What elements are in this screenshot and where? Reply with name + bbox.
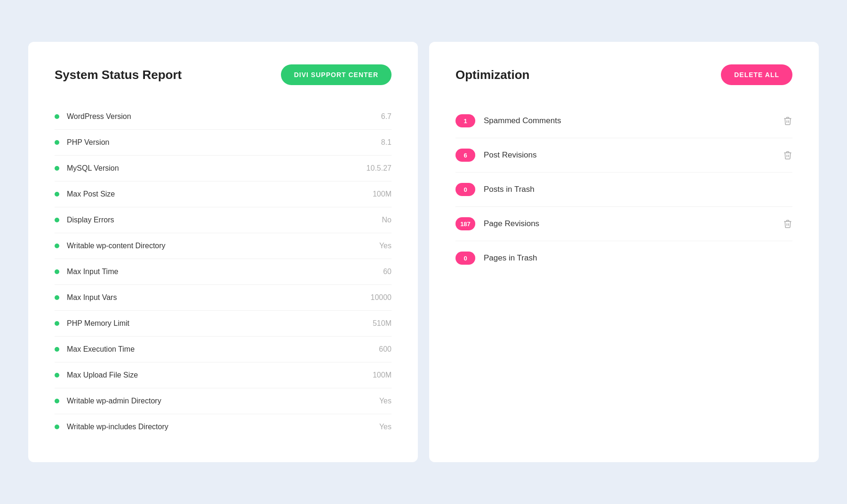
status-item-label: Writable wp-admin Directory bbox=[55, 397, 161, 405]
system-status-card: System Status Report DIVI SUPPORT CENTER… bbox=[28, 42, 418, 462]
opt-item: 6 Post Revisions bbox=[455, 138, 792, 173]
status-item: Max Input Vars 10000 bbox=[55, 285, 392, 311]
opt-item-label: Page Revisions bbox=[484, 219, 775, 228]
status-item-label: PHP Memory Limit bbox=[55, 319, 129, 328]
status-item-label: Max Upload File Size bbox=[55, 371, 138, 379]
green-dot-icon bbox=[55, 399, 59, 403]
opt-item-label: Posts in Trash bbox=[484, 185, 792, 194]
status-item-value: 100M bbox=[373, 190, 392, 198]
status-item-label: Max Input Time bbox=[55, 268, 118, 276]
status-item-value: 8.1 bbox=[381, 138, 392, 147]
status-item: Display Errors No bbox=[55, 207, 392, 233]
opt-item-badge: 0 bbox=[455, 183, 475, 196]
status-item-value: Yes bbox=[379, 423, 392, 431]
status-item-label: WordPress Version bbox=[55, 112, 131, 121]
status-item-label: Max Input Vars bbox=[55, 293, 117, 302]
status-item: Writable wp-includes Directory Yes bbox=[55, 414, 392, 440]
status-list: WordPress Version 6.7 PHP Version 8.1 My… bbox=[55, 104, 392, 440]
opt-item-label: Spammed Comments bbox=[484, 116, 775, 126]
green-dot-icon bbox=[55, 140, 59, 145]
status-item-value: 600 bbox=[379, 345, 392, 354]
green-dot-icon bbox=[55, 218, 59, 222]
status-item-value: Yes bbox=[379, 242, 392, 250]
green-dot-icon bbox=[55, 166, 59, 171]
status-item-label: PHP Version bbox=[55, 138, 109, 147]
opt-item-badge: 1 bbox=[455, 114, 475, 127]
status-item-value: No bbox=[382, 216, 392, 224]
status-item-value: 10000 bbox=[371, 293, 392, 302]
green-dot-icon bbox=[55, 347, 59, 352]
status-item-label: MySQL Version bbox=[55, 164, 119, 173]
status-item-label: Max Execution Time bbox=[55, 345, 135, 354]
green-dot-icon bbox=[55, 295, 59, 300]
green-dot-icon bbox=[55, 244, 59, 248]
delete-all-button[interactable]: DELETE ALL bbox=[721, 64, 792, 85]
status-item: WordPress Version 6.7 bbox=[55, 104, 392, 130]
status-item: Max Post Size 100M bbox=[55, 181, 392, 207]
status-item-label: Max Post Size bbox=[55, 190, 115, 198]
status-item-label: Writable wp-content Directory bbox=[55, 242, 166, 250]
status-item-value: 6.7 bbox=[381, 112, 392, 121]
main-container: System Status Report DIVI SUPPORT CENTER… bbox=[28, 42, 819, 462]
green-dot-icon bbox=[55, 373, 59, 378]
optimization-card-title: Optimization bbox=[455, 68, 529, 82]
status-item-value: 10.5.27 bbox=[367, 164, 392, 173]
optimization-list: 1 Spammed Comments 6 Post Revisions bbox=[455, 104, 792, 275]
opt-item-badge: 187 bbox=[455, 217, 475, 230]
delete-icon[interactable] bbox=[783, 150, 792, 160]
status-item: PHP Version 8.1 bbox=[55, 130, 392, 156]
status-item-value: 510M bbox=[373, 319, 392, 328]
status-card-header: System Status Report DIVI SUPPORT CENTER bbox=[55, 64, 392, 85]
status-item-value: Yes bbox=[379, 397, 392, 405]
delete-icon[interactable] bbox=[783, 116, 792, 126]
divi-support-center-button[interactable]: DIVI SUPPORT CENTER bbox=[281, 64, 392, 85]
status-item: MySQL Version 10.5.27 bbox=[55, 156, 392, 181]
status-item: Max Upload File Size 100M bbox=[55, 362, 392, 388]
status-item: Writable wp-admin Directory Yes bbox=[55, 388, 392, 414]
green-dot-icon bbox=[55, 114, 59, 119]
green-dot-icon bbox=[55, 321, 59, 326]
green-dot-icon bbox=[55, 425, 59, 429]
opt-item-label: Pages in Trash bbox=[484, 253, 792, 263]
status-item-label: Display Errors bbox=[55, 216, 114, 224]
opt-item: 0 Posts in Trash bbox=[455, 173, 792, 207]
opt-item-label: Post Revisions bbox=[484, 150, 775, 160]
delete-icon[interactable] bbox=[783, 219, 792, 228]
opt-item: 1 Spammed Comments bbox=[455, 104, 792, 138]
opt-item: 187 Page Revisions bbox=[455, 207, 792, 241]
optimization-card: Optimization DELETE ALL 1 Spammed Commen… bbox=[429, 42, 819, 462]
status-item-value: 100M bbox=[373, 371, 392, 379]
status-item-label: Writable wp-includes Directory bbox=[55, 423, 168, 431]
status-card-title: System Status Report bbox=[55, 68, 182, 82]
status-item: PHP Memory Limit 510M bbox=[55, 311, 392, 337]
status-item-value: 60 bbox=[383, 268, 392, 276]
green-dot-icon bbox=[55, 269, 59, 274]
opt-item: 0 Pages in Trash bbox=[455, 241, 792, 275]
optimization-card-header: Optimization DELETE ALL bbox=[455, 64, 792, 85]
status-item: Max Execution Time 600 bbox=[55, 337, 392, 362]
opt-item-badge: 0 bbox=[455, 252, 475, 265]
green-dot-icon bbox=[55, 192, 59, 197]
opt-item-badge: 6 bbox=[455, 149, 475, 162]
status-item: Writable wp-content Directory Yes bbox=[55, 233, 392, 259]
status-item: Max Input Time 60 bbox=[55, 259, 392, 285]
